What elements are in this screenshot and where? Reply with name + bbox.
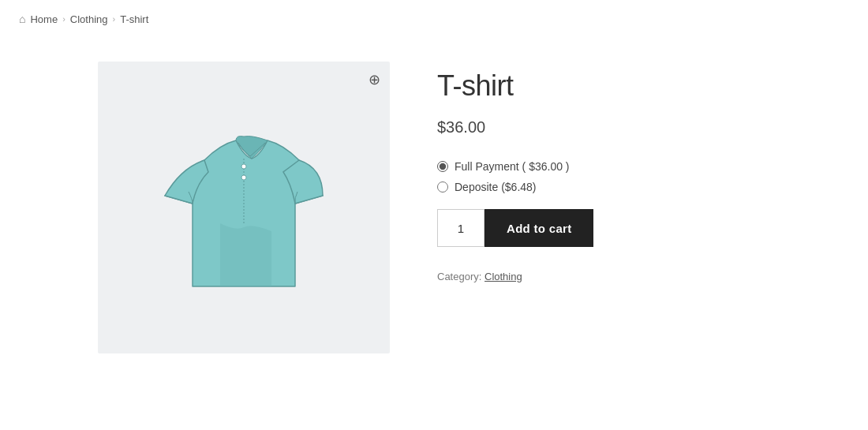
breadcrumb-separator-1: ›	[62, 14, 65, 24]
quantity-input[interactable]	[437, 209, 485, 247]
product-image	[141, 105, 346, 310]
add-to-cart-button[interactable]: Add to cart	[485, 209, 593, 247]
payment-options: Full Payment ( $36.00 ) Deposite ($6.48)	[437, 160, 770, 193]
product-image-container: ⊕	[98, 62, 390, 353]
category-link[interactable]: Clothing	[485, 271, 522, 282]
breadcrumb-home-link[interactable]: Home	[30, 13, 58, 25]
deposit-payment-label: Deposite ($6.48)	[455, 181, 537, 193]
breadcrumb: ⌂ Home › Clothing › T-shirt	[0, 0, 868, 38]
zoom-icon[interactable]: ⊕	[369, 71, 380, 88]
payment-option-full[interactable]: Full Payment ( $36.00 )	[437, 160, 770, 173]
full-payment-radio[interactable]	[437, 161, 448, 172]
full-payment-label: Full Payment ( $36.00 )	[455, 160, 570, 173]
product-title: T-shirt	[437, 69, 770, 103]
svg-point-2	[241, 175, 246, 180]
breadcrumb-clothing-link[interactable]: Clothing	[70, 13, 108, 25]
home-icon: ⌂	[19, 13, 25, 25]
product-price: $36.00	[437, 118, 770, 136]
breadcrumb-separator-2: ›	[113, 14, 116, 24]
product-category: Category: Clothing	[437, 271, 770, 282]
category-prefix: Category:	[437, 271, 481, 282]
deposit-payment-radio[interactable]	[437, 181, 448, 193]
add-to-cart-row: Add to cart	[437, 209, 770, 247]
svg-point-1	[241, 164, 246, 169]
payment-option-deposit[interactable]: Deposite ($6.48)	[437, 181, 770, 193]
breadcrumb-current: T-shirt	[120, 13, 148, 25]
product-details: T-shirt $36.00 Full Payment ( $36.00 ) D…	[437, 62, 770, 353]
product-page: ⊕	[79, 38, 789, 385]
